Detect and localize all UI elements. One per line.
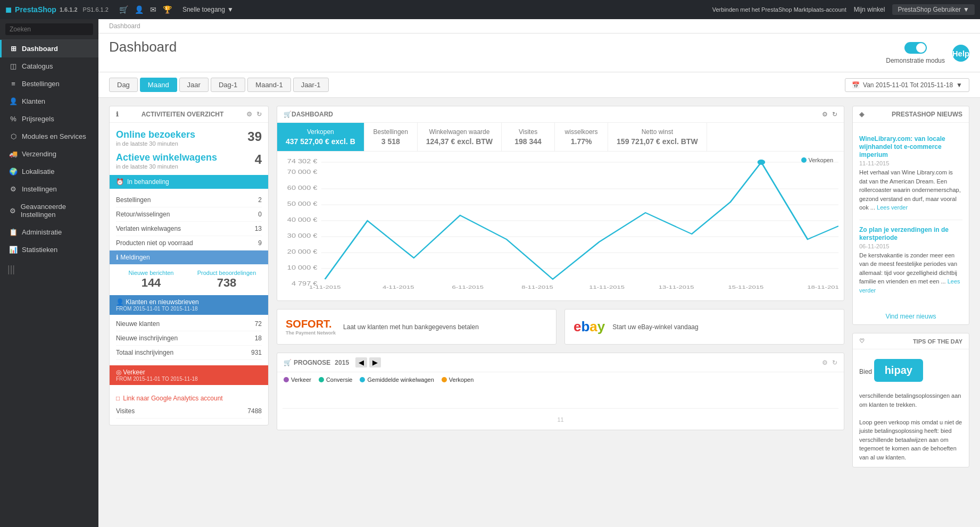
prognose-refresh-icon[interactable]: ↻: [832, 359, 837, 366]
online-bezoekers-label: Online bezoekers: [116, 129, 262, 140]
sidebar-item-label: Instellingen: [22, 185, 57, 193]
date-tab-dag[interactable]: Dag: [109, 78, 138, 92]
user-icon: 👤: [116, 298, 124, 306]
news-date: 11-11-2015: [859, 160, 962, 166]
dashboard-icon: ⊞: [9, 45, 18, 53]
prognose-prev-button[interactable]: ◀: [355, 357, 367, 367]
sidebar-item-verzending[interactable]: 🚚Verzending: [0, 145, 98, 163]
version-text: 1.6.1.2: [60, 6, 78, 13]
promo-row: SOFORT. The Payment Network Laat uw klan…: [277, 309, 844, 345]
sidebar-item-prijsregels[interactable]: %Prijsregels: [0, 110, 98, 128]
date-tab-dag-1[interactable]: Dag-1: [211, 78, 245, 92]
chart-settings-icon[interactable]: ⚙: [822, 111, 828, 118]
sidebar-collapse-button[interactable]: |||: [0, 258, 98, 280]
ps-version: PS1.6.1.2: [83, 6, 109, 13]
sidebar-item-klanten[interactable]: 👤Klanten: [0, 93, 98, 110]
bestellingen-link[interactable]: Bestellingen: [116, 196, 151, 204]
winkelwagens-label: Actieve winkelwagens: [116, 152, 262, 163]
mijn-winkel-link[interactable]: Mijn winkel: [854, 6, 885, 13]
legend-verkeer: Verkeer: [284, 377, 311, 383]
read-more-link[interactable]: Lees verder: [859, 278, 960, 294]
snelle-toegang-button[interactable]: Snelle toegang ▼: [182, 6, 234, 13]
sidebar-item-bestellingen[interactable]: ≡Bestellingen: [0, 75, 98, 93]
user-icon[interactable]: 👤: [135, 5, 144, 14]
visites-link[interactable]: Visites: [116, 407, 135, 415]
chart-legend: Verkopen: [801, 157, 833, 163]
prognose-settings-icon[interactable]: ⚙: [822, 359, 828, 366]
news-title-link[interactable]: WineLibrary.com: van locale wijnhandel t…: [859, 135, 945, 158]
right-column: ◈ PRESTASHOP NIEUWS WineLibrary.com: van…: [852, 106, 969, 475]
chart-tab-verkopen[interactable]: Verkopen437 527,00 € excl. B: [277, 123, 364, 151]
sidebar-item-modules[interactable]: ⬡Modules en Services: [0, 128, 98, 145]
nieuwe-klanten-link[interactable]: Nieuwe klanten: [116, 320, 160, 328]
date-tab-maand-1[interactable]: Maand-1: [247, 78, 290, 92]
verkoop-icon: ◎: [116, 369, 121, 376]
verkoop-header: ◎ Verkeer FROM 2015-11-01 TO 2015-11-18: [110, 365, 268, 385]
svg-text:8-11-2015: 8-11-2015: [521, 285, 553, 290]
verzending-icon: 🚚: [9, 150, 18, 158]
online-bezoekers-value: 39: [247, 129, 262, 144]
user-menu-button[interactable]: PrestaShop Gebruiker ▼: [892, 4, 975, 15]
vind-meer-nieuws-link[interactable]: Vind meer nieuws: [853, 308, 969, 324]
chart-refresh-icon[interactable]: ↻: [832, 111, 837, 118]
producten-link[interactable]: Producten niet op voorraad: [116, 239, 193, 247]
sidebar-item-administratie[interactable]: 📋Administratie: [0, 223, 98, 241]
sidebar-search-input[interactable]: [5, 23, 93, 35]
prognose-next-button[interactable]: ▶: [369, 357, 381, 367]
demo-mode-label: Demonstratie modus: [886, 57, 945, 64]
date-tab-jaar-1[interactable]: Jaar-1: [293, 78, 329, 92]
svg-text:4-11-2015: 4-11-2015: [383, 285, 414, 290]
settings-icon[interactable]: ⚙: [246, 111, 252, 118]
news-card: ◈ PRESTASHOP NIEUWS WineLibrary.com: van…: [852, 106, 969, 325]
trophy-icon[interactable]: 🏆: [163, 5, 172, 14]
geavanceerd-icon: ⚙: [9, 207, 16, 215]
date-tab-jaar[interactable]: Jaar: [179, 78, 209, 92]
sales-chart: 74 302 € 70 000 € 60 000 € 50 000 € 40 0…: [283, 157, 838, 290]
retour-link[interactable]: Retour/wisselingen: [116, 211, 170, 218]
svg-text:15-11-2015: 15-11-2015: [728, 285, 763, 290]
sidebar-item-dashboard[interactable]: ⊞Dashboard: [0, 40, 98, 57]
demo-mode-toggle[interactable]: Demonstratie modus: [886, 42, 945, 64]
mail-icon[interactable]: ✉: [150, 5, 156, 14]
sidebar-item-instellingen[interactable]: ⚙Instellingen: [0, 180, 98, 198]
verlaten-link[interactable]: Verlaten winkelwagens: [116, 225, 181, 232]
nieuwe-inschr-link[interactable]: Nieuwe inschrijvingen: [116, 334, 178, 342]
catalogus-icon: ◫: [9, 62, 18, 70]
legend-verkopen: Verkopen: [442, 377, 474, 383]
sidebar-item-geavanceerd[interactable]: ⚙Geavanceerde Instellingen: [0, 198, 98, 223]
bestellingen-row: Bestellingen 2: [116, 193, 262, 207]
toggle-switch[interactable]: [904, 42, 927, 54]
news-title-link[interactable]: Zo plan je verzendingen in de kerstperio…: [859, 226, 949, 241]
cart-icon[interactable]: 🛒: [119, 5, 128, 14]
sidebar-item-label: Catalogus: [22, 62, 53, 70]
sidebar-item-statistieken[interactable]: 📊Statistieken: [0, 241, 98, 258]
read-more-link[interactable]: Lees verder: [877, 204, 908, 211]
legend-conversie: Conversie: [319, 377, 353, 383]
totaal-inschr-link[interactable]: Totaal inschrijvingen: [116, 349, 173, 356]
logo[interactable]: ■ PrestaShop 1.6.1.2: [5, 4, 78, 16]
prognose-chart-placeholder: 11: [277, 387, 844, 430]
svg-text:1-11-2015: 1-11-2015: [309, 285, 340, 290]
administratie-icon: 📋: [9, 228, 18, 236]
chart-tab-netto-winst[interactable]: Netto winst159 721,07 € excl. BTW: [608, 123, 707, 151]
sidebar-item-lokalisatie[interactable]: 🌍Lokalisatie: [0, 163, 98, 180]
chart-tab-winkelwagen-waarde[interactable]: Winkelwagen waarde124,37 € excl. BTW: [418, 123, 502, 151]
sidebar-item-label: Verzending: [22, 150, 56, 158]
svg-text:74 302 €: 74 302 €: [287, 158, 318, 164]
top-navigation: ■ PrestaShop 1.6.1.2 PS1.6.1.2 🛒 👤 ✉ 🏆 S…: [0, 0, 980, 19]
chart-tab-bestellingen[interactable]: Bestellingen3 518: [364, 123, 418, 151]
left-column: ℹ ACTIVITEITEN OVERZICHT ⚙ ↻ 39 Online b…: [109, 106, 269, 475]
help-button[interactable]: Help: [952, 45, 969, 62]
date-range-button[interactable]: 📅 Van 2015-11-01 Tot 2015-11-18 ▼: [845, 78, 969, 92]
sofort-promo-text: Laat uw klanten met hun bankgegevens bet…: [343, 323, 479, 331]
svg-text:20 000 €: 20 000 €: [287, 249, 318, 255]
date-tab-maand[interactable]: Maand: [140, 78, 177, 92]
svg-text:70 000 €: 70 000 €: [287, 169, 318, 175]
sofort-promo-card: SOFORT. The Payment Network Laat uw klan…: [277, 309, 557, 345]
chart-tab-visites[interactable]: Visites198 344: [502, 123, 555, 151]
sidebar-item-label: Geavanceerde Instellingen: [21, 203, 91, 219]
sidebar-item-catalogus[interactable]: ◫Catalogus: [0, 57, 98, 75]
refresh-icon[interactable]: ↻: [256, 111, 262, 118]
analytics-link[interactable]: Link naar Google Analytics account: [123, 395, 222, 402]
chart-tab-wisselkoers[interactable]: wisselkoers1.77%: [555, 123, 608, 151]
